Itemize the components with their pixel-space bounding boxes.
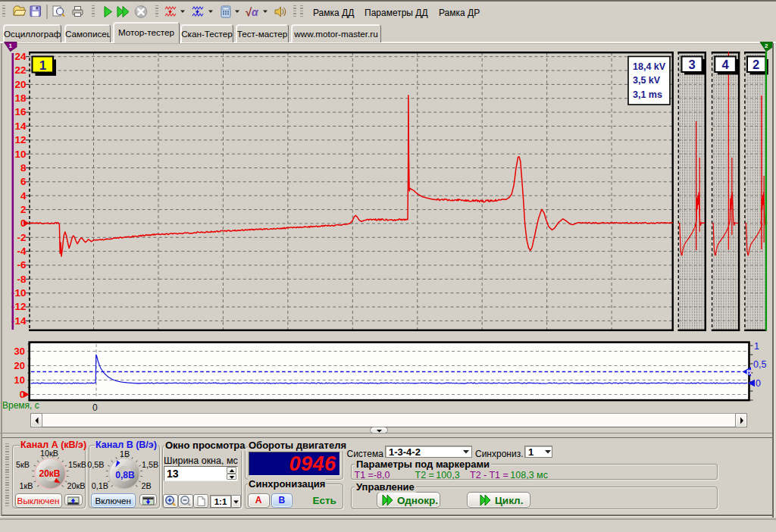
svg-text:20: 20 — [14, 360, 25, 371]
svg-text:B: B — [746, 368, 752, 376]
svg-text:3,1 ms: 3,1 ms — [633, 89, 662, 100]
svg-text:16: 16 — [14, 106, 27, 117]
svg-text:30: 30 — [14, 346, 25, 357]
svg-text:20кВ: 20кВ — [39, 468, 60, 479]
svg-text:-8: -8 — [17, 274, 26, 285]
svg-text:5кВ: 5кВ — [16, 460, 30, 469]
svg-text:0,8В: 0,8В — [115, 470, 135, 480]
svg-text:24: 24 — [14, 51, 27, 62]
svg-text:0,5: 0,5 — [753, 359, 766, 370]
svg-text:6: 6 — [20, 176, 27, 187]
svg-text:1: 1 — [39, 58, 46, 73]
svg-text:20: 20 — [14, 79, 26, 90]
svg-text:-6: -6 — [17, 259, 26, 271]
svg-text:20кВ: 20кВ — [67, 481, 86, 490]
svg-text:10: 10 — [14, 374, 25, 386]
svg-text:Время, с: Время, с — [2, 400, 39, 411]
svg-text:2: 2 — [753, 58, 759, 71]
svg-text:1,5В: 1,5В — [142, 460, 158, 469]
svg-text:4: 4 — [20, 190, 27, 202]
svg-text:18,4 kV: 18,4 kV — [633, 61, 666, 72]
svg-text:2: 2 — [765, 42, 768, 49]
svg-text:2: 2 — [20, 204, 27, 215]
svg-text:Цикл.: Цикл. — [495, 495, 523, 506]
svg-text:-4: -4 — [17, 246, 26, 257]
svg-text:Однокр.: Однокр. — [397, 495, 438, 506]
svg-text:4: 4 — [721, 58, 729, 71]
svg-text:2В: 2В — [142, 481, 152, 490]
svg-text:14: 14 — [14, 120, 27, 132]
svg-text:0: 0 — [756, 378, 761, 389]
svg-text:15кВ: 15кВ — [68, 460, 86, 469]
svg-text:3: 3 — [688, 58, 695, 71]
svg-text:1В: 1В — [120, 449, 130, 458]
svg-text:12: 12 — [14, 134, 26, 146]
svg-text:10: 10 — [14, 149, 26, 160]
svg-text:0,1В: 0,1В — [92, 481, 108, 490]
svg-text:18: 18 — [14, 92, 27, 104]
svg-text:1: 1 — [8, 42, 12, 49]
svg-text:3,5 kV: 3,5 kV — [633, 75, 661, 86]
svg-text:0: 0 — [92, 402, 98, 413]
svg-text:1: 1 — [754, 341, 759, 352]
svg-text:-2: -2 — [17, 232, 26, 243]
svg-text:0,5В: 0,5В — [87, 460, 104, 469]
svg-text:22: 22 — [14, 64, 26, 76]
svg-text:8: 8 — [20, 162, 27, 174]
svg-text:1кВ: 1кВ — [20, 481, 33, 490]
